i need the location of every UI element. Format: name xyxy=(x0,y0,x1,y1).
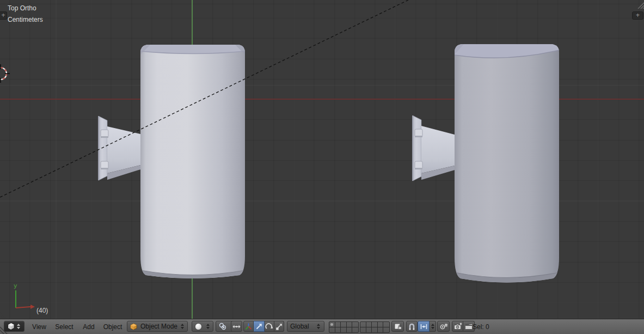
manipulator-toggle[interactable] xyxy=(243,321,254,332)
3d-viewport[interactable]: y Top Ortho Centimeters (40) + + xyxy=(0,0,644,319)
layer-cell[interactable] xyxy=(378,327,384,333)
viewport-header: View Select Add Object Object Mode xyxy=(0,319,644,334)
translate-manipulator-button[interactable] xyxy=(254,321,265,332)
opengl-render-image-icon xyxy=(453,322,462,331)
pivot-point-icon xyxy=(218,322,227,331)
manipulate-centers-toggle[interactable] xyxy=(231,321,242,332)
lock-camera-button[interactable] xyxy=(391,321,404,332)
editor-type-selector[interactable] xyxy=(4,321,24,332)
area-corner-handle-icon[interactable] xyxy=(0,312,8,319)
snap-element-button[interactable] xyxy=(418,321,430,332)
mode-selector-dropdown[interactable]: Object Mode xyxy=(127,321,188,332)
snap-target-button[interactable] xyxy=(437,321,450,332)
3d-cursor xyxy=(0,62,14,86)
translate-manipulator-icon xyxy=(255,323,263,331)
mode-selector-value: Object Mode xyxy=(140,323,180,330)
layers-group-2[interactable] xyxy=(360,321,390,333)
view-name-label: Top Ortho xyxy=(8,4,36,12)
layer-cell[interactable] xyxy=(329,327,335,333)
scale-manipulator-button[interactable] xyxy=(274,321,284,332)
snap-element-icon xyxy=(420,323,428,331)
layer-cell[interactable] xyxy=(347,322,353,327)
layer-cell[interactable] xyxy=(352,327,358,333)
layer-cell[interactable] xyxy=(372,327,378,333)
transform-orientation-dropdown[interactable]: Global xyxy=(287,321,324,332)
mode-selector-spinner[interactable] xyxy=(180,324,185,329)
layer-cell[interactable] xyxy=(347,327,353,333)
layer-cell[interactable] xyxy=(378,322,384,327)
layer-cell[interactable] xyxy=(366,327,372,333)
area-corner-handle-icon[interactable] xyxy=(635,0,644,9)
snap-toggle-button[interactable] xyxy=(406,321,418,332)
viewport-shading-spinner[interactable] xyxy=(205,324,211,329)
layers-group-1[interactable] xyxy=(329,321,359,333)
layer-cell[interactable] xyxy=(341,327,347,333)
mini-axis-y-label: y xyxy=(14,282,17,289)
viewport-shading-sphere-icon xyxy=(194,323,203,331)
editor-type-spinner[interactable] xyxy=(16,324,21,329)
layer-cell[interactable] xyxy=(335,327,341,333)
layer-cell[interactable] xyxy=(329,322,335,327)
opengl-render-image-button[interactable] xyxy=(452,321,463,332)
layer-cell[interactable] xyxy=(366,322,372,327)
properties-expand-button[interactable]: + xyxy=(632,11,643,20)
dashed-relationship-line xyxy=(0,0,644,319)
viewport-shading-dropdown[interactable] xyxy=(192,321,213,332)
layer-cell[interactable] xyxy=(360,327,366,333)
layer-cell[interactable] xyxy=(360,322,366,327)
blender-window: y Top Ortho Centimeters (40) + + xyxy=(0,0,644,334)
mini-axis-gizmo: y xyxy=(8,282,40,313)
object-mode-cube-icon xyxy=(130,323,138,331)
transform-orientation-spinner[interactable] xyxy=(316,324,321,329)
snap-magnet-icon xyxy=(408,323,416,331)
layer-cell[interactable] xyxy=(383,327,389,333)
rotate-manipulator-button[interactable] xyxy=(265,321,274,332)
menu-view[interactable]: View xyxy=(27,319,51,334)
snap-element-spinner-button[interactable] xyxy=(430,321,436,332)
layer-cell[interactable] xyxy=(341,322,347,327)
layer-cell[interactable] xyxy=(352,322,358,327)
menu-object[interactable]: Object xyxy=(98,319,127,334)
menu-add[interactable]: Add xyxy=(77,319,100,334)
unit-system-label: Centimeters xyxy=(8,16,43,23)
transform-orientation-value: Global xyxy=(290,323,316,330)
toolshelf-expand-button[interactable]: + xyxy=(0,11,7,20)
opengl-render-animation-icon xyxy=(464,322,473,331)
manipulate-centers-icon xyxy=(232,323,241,331)
3d-view-editor-icon xyxy=(7,322,16,331)
layer-cell[interactable] xyxy=(372,322,378,327)
layer-cell[interactable] xyxy=(335,322,341,327)
manipulator-axes-icon xyxy=(244,323,253,331)
snap-element-spinner[interactable] xyxy=(430,324,436,329)
layer-cell[interactable] xyxy=(383,322,389,327)
lock-camera-icon xyxy=(394,322,402,331)
rotate-manipulator-icon xyxy=(265,323,273,331)
scale-manipulator-icon xyxy=(275,323,283,331)
object-info-label: (40) xyxy=(36,307,48,314)
selection-info-label: Sel: 0 xyxy=(473,319,489,334)
snap-target-icon xyxy=(439,322,448,331)
menu-select[interactable]: Select xyxy=(50,319,78,334)
